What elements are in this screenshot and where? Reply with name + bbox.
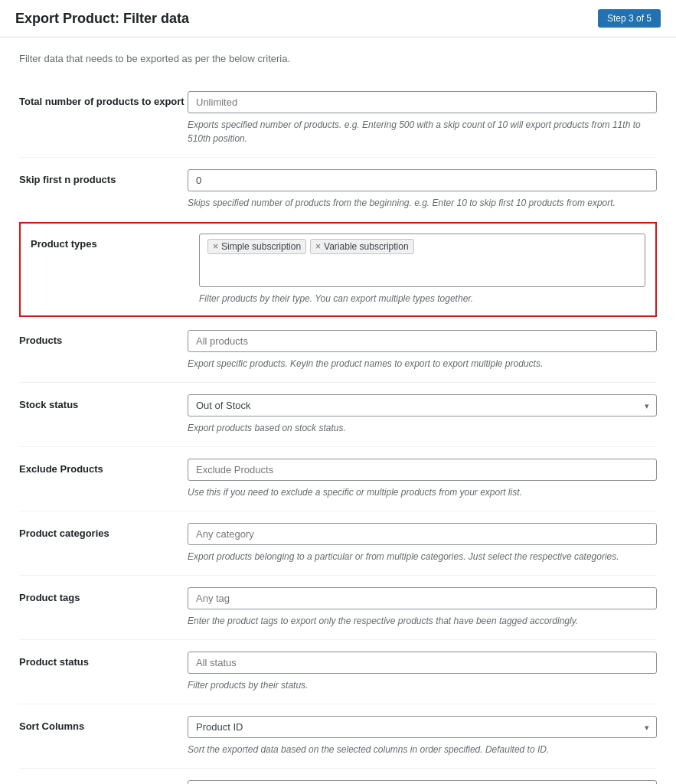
total-products-input[interactable]: [188, 91, 657, 113]
product-tags-input[interactable]: [188, 587, 657, 609]
products-label: Products: [19, 330, 188, 346]
tag-label-variable: Variable subscription: [324, 241, 409, 252]
sort-by-select[interactable]: Ascending Descending: [188, 780, 657, 784]
product-tags-hint: Enter the product tags to export only th…: [188, 614, 657, 628]
skip-products-input[interactable]: [188, 169, 657, 191]
tag-remove-variable[interactable]: ×: [315, 242, 321, 251]
exclude-products-label: Exclude Products: [19, 459, 188, 475]
sort-by-label: Sort By: [19, 780, 188, 784]
product-types-field: × Simple subscription × Variable subscri…: [199, 234, 645, 305]
sort-columns-label: Sort Columns: [19, 716, 188, 732]
stock-status-label: Stock status: [19, 394, 188, 410]
total-products-hint: Exports specified number of products. e.…: [188, 118, 657, 145]
intro-text: Filter data that needs to be exported as…: [19, 53, 657, 64]
product-types-tag-area[interactable]: × Simple subscription × Variable subscri…: [199, 234, 645, 287]
tag-simple-subscription: × Simple subscription: [207, 239, 306, 254]
sort-columns-field: Product ID Product Name SKU Date Price ▾…: [188, 716, 657, 756]
stock-status-select-wrapper: Any In Stock Out of Stock On Backorder ▾: [188, 394, 657, 416]
tag-variable-subscription: × Variable subscription: [310, 239, 414, 254]
tag-label-simple: Simple subscription: [221, 241, 301, 252]
stock-status-select[interactable]: Any In Stock Out of Stock On Backorder: [188, 394, 657, 416]
sort-columns-hint: Sort the exported data based on the sele…: [188, 743, 657, 756]
step-badge: Step 3 of 5: [598, 9, 661, 28]
product-categories-hint: Export products belonging to a particula…: [188, 550, 657, 564]
products-row: Products Export specific products. Keyin…: [19, 318, 657, 383]
sort-by-row: Sort By Ascending Descending ▾ Defaulted…: [19, 769, 657, 784]
sort-columns-row: Sort Columns Product ID Product Name SKU…: [19, 704, 657, 769]
sort-by-select-wrapper: Ascending Descending ▾: [188, 780, 657, 784]
sort-columns-select[interactable]: Product ID Product Name SKU Date Price: [188, 716, 657, 738]
skip-products-label: Skip first n products: [19, 169, 188, 185]
product-categories-input[interactable]: [188, 523, 657, 545]
stock-status-row: Stock status Any In Stock Out of Stock O…: [19, 383, 657, 447]
page-title: Export Product: Filter data: [15, 11, 189, 27]
content-area: Filter data that needs to be exported as…: [0, 38, 676, 784]
exclude-products-row: Exclude Products Use this if you need to…: [19, 447, 657, 511]
products-field: Export specific products. Keyin the prod…: [188, 330, 657, 371]
product-categories-label: Product categories: [19, 523, 188, 539]
exclude-products-field: Use this if you need to exclude a specif…: [188, 459, 657, 499]
product-types-hint: Filter products by their type. You can e…: [199, 292, 645, 305]
total-products-label: Total number of products to export: [19, 91, 188, 107]
product-tags-row: Product tags Enter the product tags to e…: [19, 576, 657, 640]
product-types-label: Product types: [31, 234, 199, 250]
sort-columns-select-wrapper: Product ID Product Name SKU Date Price ▾: [188, 716, 657, 738]
products-input[interactable]: [188, 330, 657, 352]
product-status-field: Filter products by their status.: [188, 652, 657, 692]
page-wrapper: Export Product: Filter data Step 3 of 5 …: [0, 0, 676, 784]
products-hint: Export specific products. Keyin the prod…: [188, 357, 657, 371]
product-tags-field: Enter the product tags to export only th…: [188, 587, 657, 628]
sort-by-field: Ascending Descending ▾ Defaulted to Asce…: [188, 780, 657, 784]
product-types-row: Product types × Simple subscription × Va…: [19, 222, 657, 317]
product-categories-row: Product categories Export products belon…: [19, 511, 657, 576]
header: Export Product: Filter data Step 3 of 5: [0, 0, 676, 38]
exclude-products-input[interactable]: [188, 459, 657, 481]
product-categories-field: Export products belonging to a particula…: [188, 523, 657, 564]
product-status-label: Product status: [19, 652, 188, 668]
stock-status-field: Any In Stock Out of Stock On Backorder ▾…: [188, 394, 657, 435]
product-status-hint: Filter products by their status.: [188, 678, 657, 692]
total-products-row: Total number of products to export Expor…: [19, 80, 657, 158]
product-tags-label: Product tags: [19, 587, 188, 603]
product-status-row: Product status Filter products by their …: [19, 640, 657, 704]
tag-remove-simple[interactable]: ×: [213, 242, 218, 251]
stock-status-hint: Export products based on stock status.: [188, 421, 657, 435]
skip-products-hint: Skips specified number of products from …: [188, 196, 657, 210]
skip-products-row: Skip first n products Skips specified nu…: [19, 158, 657, 222]
skip-products-field: Skips specified number of products from …: [188, 169, 657, 210]
product-status-input[interactable]: [188, 652, 657, 674]
exclude-products-hint: Use this if you need to exclude a specif…: [188, 485, 657, 499]
total-products-field: Exports specified number of products. e.…: [188, 91, 657, 145]
